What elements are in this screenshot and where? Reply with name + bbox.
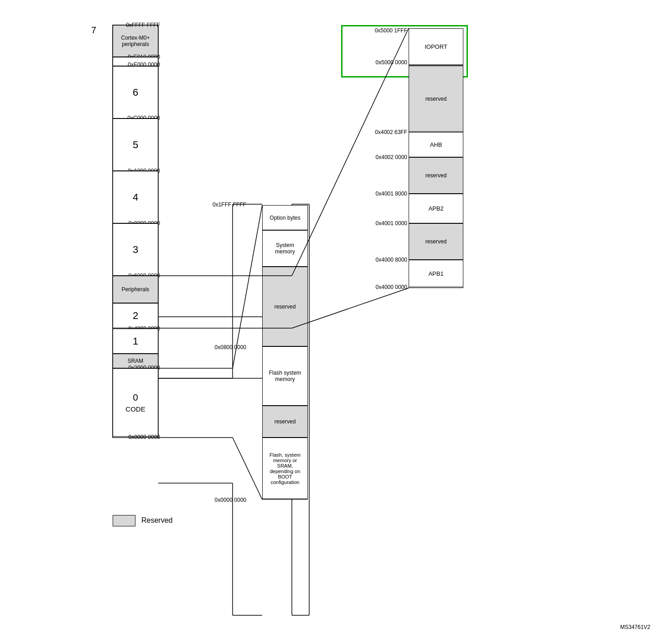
block-reserved-upper: reserved: [262, 267, 308, 346]
block-2-top: 2: [113, 303, 158, 328]
block-cortex-m0: Cortex-M0+peripherals: [113, 25, 158, 57]
num-7: 7: [91, 25, 96, 36]
addr-1fff-ffff: 0x1FFF FFFF: [194, 201, 246, 208]
block-apb1: APB1: [409, 260, 463, 287]
block-3: 3: [113, 223, 158, 276]
connection-lines: [0, 0, 664, 644]
addr-0000-code: 0x0000 0000: [194, 497, 246, 503]
block-flash-system-memory: Flash systemmemory: [262, 346, 308, 406]
watermark: MS34761V2: [620, 624, 650, 630]
block-1: 1: [113, 329, 158, 354]
block-5: 5: [113, 118, 158, 171]
block-4: 4: [113, 171, 158, 223]
diagram-lines: [0, 0, 664, 644]
addr-0000-main: 0x0000 0000: [110, 434, 160, 440]
block-reserved-periph-mid: reserved: [409, 157, 463, 194]
addr-5000-0000: 0x5000 0000: [341, 59, 407, 66]
addr-4001-0000: 0x4001 0000: [341, 220, 407, 227]
svg-line-27: [233, 438, 262, 500]
addr-ffff-ffff: 0xFFFF FFFF: [110, 22, 160, 28]
block-system-memory: Systemmemory: [262, 230, 308, 267]
legend-box: [113, 515, 135, 526]
addr-4000-0000-periph: 0x4000 0000: [341, 284, 407, 290]
block-ioport: IOPORT: [409, 28, 463, 65]
block-reserved-periph-top: reserved: [409, 66, 463, 132]
block-ahb: AHB: [409, 132, 463, 157]
block-option-bytes: Option bytes: [262, 205, 308, 230]
addr-5000-1fff: 0x5000 1FFF: [341, 27, 407, 34]
svg-line-31: [292, 288, 409, 328]
diagram-container: Cortex-M0+peripherals 0xFFFF FFFF 7 0xE0…: [0, 0, 664, 644]
block-apb2: APB2: [409, 194, 463, 223]
addr-4002-0000: 0x4002 0000: [341, 154, 407, 160]
addr-0800: 0x0800 0000: [194, 344, 246, 350]
block-code: 0 CODE: [113, 368, 158, 437]
block-reserved-lower: reserved: [262, 406, 308, 438]
block-reserved-periph-low: reserved: [409, 223, 463, 260]
addr-4002-63ff: 0x4002 63FF: [341, 129, 407, 135]
block-peripherals: Peripherals: [113, 276, 158, 303]
block-6: 6: [113, 66, 158, 118]
block-boot-config: Flash, systemmemory orSRAM,depending onB…: [262, 438, 308, 499]
legend-label: Reserved: [141, 516, 172, 525]
addr-4001-8000: 0x4001 8000: [341, 191, 407, 197]
addr-4000-8000: 0x4000 8000: [341, 257, 407, 263]
